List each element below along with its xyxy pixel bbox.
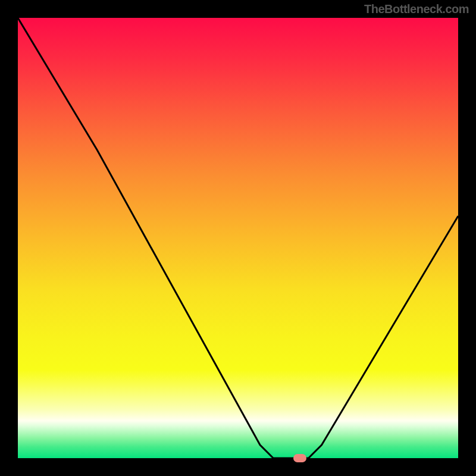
marker-dot: [293, 454, 306, 462]
attribution-text: TheBottleneck.com: [364, 2, 469, 16]
plot-area: [18, 18, 458, 458]
gradient-background: [18, 18, 458, 458]
plot-svg: [18, 18, 458, 458]
chart-container: TheBottleneck.com: [0, 0, 476, 476]
